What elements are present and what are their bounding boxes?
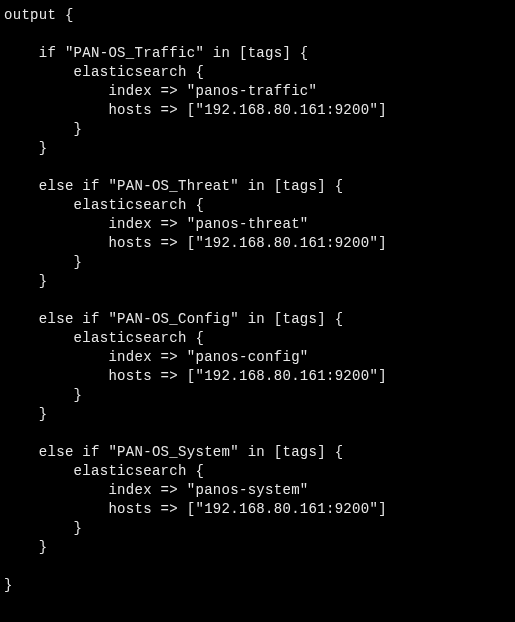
code-block: output { if "PAN-OS_Traffic" in [tags] {… xyxy=(0,0,515,601)
